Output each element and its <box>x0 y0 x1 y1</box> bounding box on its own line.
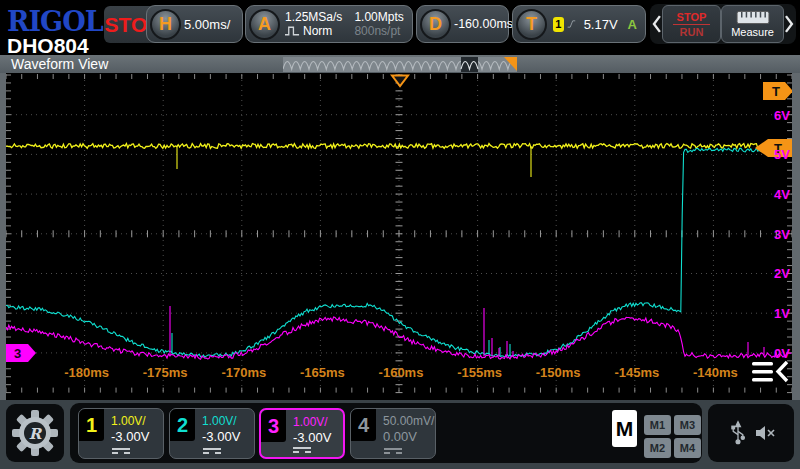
time-label: -150ms <box>536 365 581 380</box>
voltage-label: 1V <box>774 306 790 321</box>
chevron-right-icon[interactable] <box>784 14 794 34</box>
rigol-logo: RIGOL <box>7 6 103 37</box>
channel4-scale: 50.00mV/ <box>383 414 434 428</box>
svg-text:T: T <box>772 84 780 99</box>
run-stop-button[interactable]: STOP RUN <box>662 5 721 43</box>
ruler-icon <box>736 10 770 25</box>
math4-button[interactable]: M4 <box>674 438 701 458</box>
voltage-label: 0V <box>774 346 790 361</box>
trace-ch1 <box>6 144 791 149</box>
dc-coupling-icon <box>203 448 221 454</box>
svg-text:R: R <box>29 425 43 443</box>
channel2-scale: 1.00V/ <box>202 414 237 428</box>
channel1-scale: 1.00V/ <box>111 414 146 428</box>
dc-coupling-icon <box>293 447 311 453</box>
channel-panel: 1 1.00V/ -3.00V 2 1.00V/ -3.00V 3 1.00V/… <box>70 403 702 463</box>
channel3-ground-marker[interactable]: 3 <box>6 344 36 362</box>
delay-button[interactable]: D -160.00ms <box>416 5 509 43</box>
voltage-label: 6V <box>774 108 790 123</box>
sample-rate: 1.25MSa/s <box>285 10 342 24</box>
time-label: -180ms <box>64 365 109 380</box>
channel2-offset: -3.00V <box>202 429 240 444</box>
time-label: -160ms <box>379 365 424 380</box>
acquisition-button[interactable]: A 1.25MSa/s Norm 1.00Mpts 800ns/pt <box>245 5 413 43</box>
channel3-number: 3 <box>261 410 286 442</box>
trigger-sweep-indicator: A <box>628 17 637 32</box>
math1-button[interactable]: M1 <box>644 415 671 435</box>
delay-value: -160.00ms <box>454 17 513 31</box>
graticule: T T 3 <box>6 73 792 400</box>
toolbar-panel: STOP RUN Measure <box>650 4 796 44</box>
channel4-number: 4 <box>351 409 376 441</box>
time-label: -165ms <box>300 365 345 380</box>
voltage-label: 5V <box>774 147 790 162</box>
time-label: -145ms <box>614 365 659 380</box>
channel1-offset: -3.00V <box>111 429 149 444</box>
voltage-label: 4V <box>774 187 790 202</box>
oscilloscope-screen: RIGOL DHO804 STOP H 5.00ms/ A 1.25MSa/s … <box>0 0 800 469</box>
model-label: DHO804 <box>7 34 89 58</box>
record-minimap[interactable] <box>283 57 517 72</box>
math3-button[interactable]: M3 <box>674 415 701 435</box>
channel4-offset: 0.00V <box>383 429 417 444</box>
status-tray <box>708 404 794 462</box>
rising-edge-icon <box>567 17 576 31</box>
math2-button[interactable]: M2 <box>644 438 671 458</box>
usb-icon <box>730 420 746 446</box>
menu-icon[interactable] <box>752 362 787 382</box>
horizontal-scale-value: 5.00ms/ <box>184 17 230 32</box>
h-knob[interactable]: H <box>150 9 181 40</box>
math-group: M M1 M3 M2 M4 <box>606 403 702 463</box>
horizontal-scale-button[interactable]: H 5.00ms/ <box>146 5 243 43</box>
acquisition-mode: Norm <box>303 24 332 38</box>
plot-right-edge <box>792 73 800 400</box>
rigol-gear-button[interactable]: R <box>6 404 64 462</box>
trigger-position-marker[interactable] <box>392 76 408 87</box>
time-label: -170ms <box>221 365 266 380</box>
channel2-chip[interactable]: 2 1.00V/ -3.00V <box>169 408 255 459</box>
time-label: -140ms <box>693 365 738 380</box>
channel1-chip[interactable]: 1 1.00V/ -3.00V <box>78 408 164 459</box>
trigger-level-value: 5.17V <box>584 17 618 32</box>
channel3-scale: 1.00V/ <box>293 415 328 429</box>
voltage-label: 3V <box>774 227 790 242</box>
channel2-number: 2 <box>170 409 195 441</box>
d-knob[interactable]: D <box>420 9 451 40</box>
trigger-button[interactable]: T 1 5.17V A <box>512 5 646 43</box>
gear-icon: R <box>11 409 59 457</box>
time-label: -155ms <box>457 365 502 380</box>
memory-depth: 1.00Mpts <box>354 10 403 24</box>
measure-button[interactable]: Measure <box>721 5 784 43</box>
trigger-source-badge: 1 <box>553 17 564 32</box>
t-knob[interactable]: T <box>516 9 547 40</box>
sample-resolution: 800ns/pt <box>354 24 403 38</box>
speaker-muted-icon <box>754 424 776 442</box>
channel3-chip[interactable]: 3 1.00V/ -3.00V <box>259 408 345 459</box>
voltage-label: 2V <box>774 266 790 281</box>
channel4-chip[interactable]: 4 50.00mV/ 0.00V <box>350 408 436 459</box>
chevron-left-icon[interactable] <box>652 14 662 34</box>
trigger-position-flag[interactable]: T <box>763 82 792 100</box>
svg-text:3: 3 <box>14 346 21 361</box>
channel3-offset: -3.00V <box>293 430 331 445</box>
dc-coupling-icon <box>112 448 130 454</box>
tab-waveform-view[interactable]: Waveform View <box>11 56 108 72</box>
dc-coupling-icon <box>384 448 402 454</box>
time-label: -175ms <box>143 365 188 380</box>
a-knob[interactable]: A <box>249 9 280 40</box>
channel1-number: 1 <box>79 409 104 441</box>
pulse-icon <box>285 26 300 36</box>
math-button[interactable]: M <box>612 410 637 447</box>
